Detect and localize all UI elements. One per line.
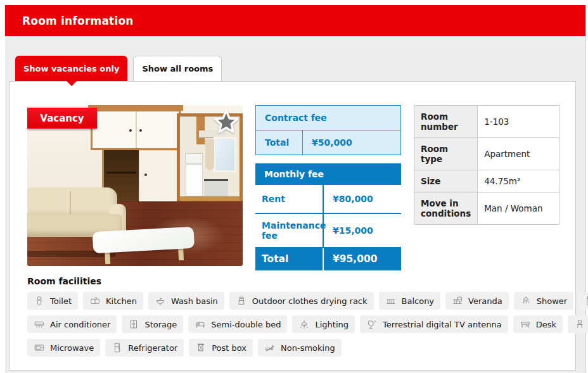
maintenance-fee-label: Maintenance fee <box>255 214 323 247</box>
veranda-icon <box>452 295 463 307</box>
contract-fee-title: Contract fee <box>256 106 400 130</box>
monthly-total-label: Total <box>255 248 323 270</box>
balcony-icon <box>385 295 397 307</box>
rent-value: ¥80,000 <box>323 185 401 213</box>
refrigerator-icon <box>112 342 123 353</box>
facility-chip-storage: Storage <box>122 315 183 333</box>
microwave-icon <box>34 342 45 353</box>
monthly-fee-table: Monthly fee Rent ¥80,000 Maintenance fee… <box>255 163 401 270</box>
desk-icon <box>520 319 531 330</box>
table-row: Room number 1-103 <box>414 106 559 138</box>
facility-chip-drying-rack: Outdoor clothes drying rack <box>229 292 374 310</box>
content-panel: Vacancy Contract fee Total ¥50,000 Month… <box>9 81 576 370</box>
non-smoking-icon <box>264 342 276 353</box>
tab-show-vacancies-only[interactable]: Show vacancies only <box>15 56 127 81</box>
facility-chip-kitchen: Kitchen <box>83 292 143 310</box>
washing-machine-icon <box>585 295 588 307</box>
shower-icon <box>520 295 532 307</box>
post-box-icon <box>195 342 207 353</box>
contract-fee-row: Total ¥50,000 <box>256 130 400 155</box>
facility-row-3: Microwave Refrigerator Post box Non-smok… <box>27 339 575 357</box>
rent-label: Rent <box>255 185 323 213</box>
tab-show-all-rooms[interactable]: Show all rooms <box>133 56 222 81</box>
size-label: Size <box>414 170 478 193</box>
photo-closet-door <box>139 150 181 202</box>
storage-icon <box>128 319 139 330</box>
monthly-fee-rent-row: Rent ¥80,000 <box>255 185 401 214</box>
monthly-fee-title: Monthly fee <box>255 163 401 185</box>
tabs: Show vacancies only Show all rooms <box>15 56 585 81</box>
move-in-conditions-value: Man / Woman <box>478 193 559 225</box>
facility-chip-balcony: Balcony <box>379 292 441 310</box>
contract-fee-total-label: Total <box>256 130 302 155</box>
monthly-fee-maintenance-row: Maintenance fee ¥15,000 <box>255 214 401 248</box>
facility-chip-wash-basin: Wash basin <box>148 292 224 310</box>
photo-coffee-table <box>93 227 196 266</box>
page-title: Room information <box>22 15 134 27</box>
contract-fee-total-value: ¥50,000 <box>302 130 400 155</box>
room-details-table: Room number 1-103 Room type Apartment Si… <box>414 105 559 225</box>
facility-chip-desk: Desk <box>513 315 563 333</box>
table-row: Room type Apartment <box>414 138 559 170</box>
room-listing-row: Vacancy Contract fee Total ¥50,000 Month… <box>27 105 575 270</box>
facility-row-1: Toilet Kitchen Wash basin Outdoor clothe… <box>27 292 575 310</box>
contract-fee-table: Contract fee Total ¥50,000 <box>255 105 401 155</box>
table-row: Move in conditions Man / Woman <box>414 193 559 225</box>
facility-chip-microwave: Microwave <box>27 339 100 357</box>
room-photo: Vacancy <box>27 105 243 266</box>
drying-rack-icon <box>236 295 247 307</box>
size-value: 44.75m² <box>478 170 559 193</box>
facility-row-2: Air conditioner Storage Semi-double bed … <box>27 315 575 333</box>
facility-chip-air-conditioner: Air conditioner <box>27 315 117 333</box>
tv-antenna-icon <box>366 319 378 330</box>
wash-basin-icon <box>155 295 166 307</box>
chair-icon <box>574 319 585 330</box>
monthly-total-value: ¥95,000 <box>323 248 401 270</box>
maintenance-fee-value: ¥15,000 <box>323 214 401 247</box>
facility-chip-chair: Chair <box>568 315 588 333</box>
facility-chip-refrigerator: Refrigerator <box>105 339 184 357</box>
table-row: Size 44.75m² <box>414 170 559 193</box>
room-facilities-title: Room facilities <box>27 276 575 286</box>
move-in-conditions-label: Move in conditions <box>414 193 478 225</box>
air-conditioner-icon <box>34 319 45 330</box>
bed-icon <box>195 319 206 330</box>
facility-chip-non-smoking: Non-smoking <box>258 339 342 357</box>
kitchen-icon <box>89 295 101 307</box>
facility-chip-semi-double-bed: Semi-double bed <box>188 315 287 333</box>
favorite-star-icon[interactable] <box>213 108 240 135</box>
lighting-icon <box>298 319 310 330</box>
facility-chip-veranda: Veranda <box>445 292 509 310</box>
monthly-fee-total-row: Total ¥95,000 <box>255 248 401 270</box>
facility-chip-toilet: Toilet <box>27 292 78 310</box>
room-number-value: 1-103 <box>478 106 559 138</box>
facility-chip-post-box: Post box <box>189 339 253 357</box>
app-header: Room information <box>5 5 585 36</box>
room-facilities-section: Room facilities Toilet Kitchen Wash basi… <box>27 276 575 357</box>
room-number-label: Room number <box>414 106 478 138</box>
facility-chip-lighting: Lighting <box>292 315 355 333</box>
facility-chip-washing-machine: Washing machine <box>578 292 588 310</box>
room-type-label: Room type <box>414 138 478 170</box>
room-type-value: Apartment <box>478 138 559 170</box>
fee-column: Contract fee Total ¥50,000 Monthly fee R… <box>255 105 401 270</box>
window-frame: Room information Show vacancies only Sho… <box>5 5 586 372</box>
facility-chip-tv-antenna: Terrestrial digital TV antenna <box>360 315 508 333</box>
photo-upper-cabinet <box>91 110 181 150</box>
vacancy-badge: Vacancy <box>27 108 97 129</box>
facility-chip-shower: Shower <box>514 292 573 310</box>
toilet-icon <box>34 295 45 307</box>
